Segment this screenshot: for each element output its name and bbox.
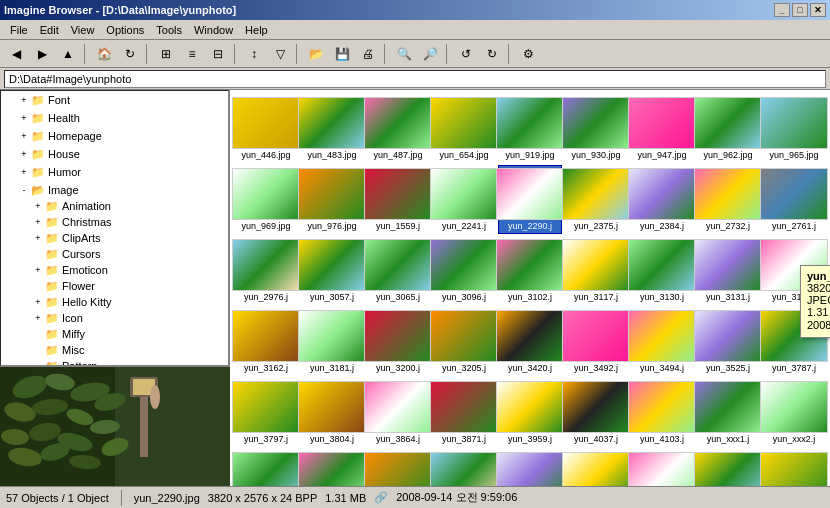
thumbnail-item[interactable]: yun_1559.j bbox=[366, 165, 430, 234]
expand-health[interactable]: + bbox=[17, 111, 31, 125]
thumbnail-item[interactable]: yun_3096.j bbox=[432, 236, 496, 305]
thumbnail-item[interactable]: yun_2976.j bbox=[234, 236, 298, 305]
tree-row-emoticon[interactable]: + 📁 Emoticon bbox=[1, 262, 228, 278]
thumbnail-item[interactable]: yun_xxx4.j bbox=[300, 449, 364, 486]
menu-options[interactable]: Options bbox=[100, 22, 150, 38]
tb-filter[interactable]: ▽ bbox=[268, 43, 292, 65]
thumbnail-item[interactable]: yun_3797.j bbox=[234, 378, 298, 447]
thumbnail-item[interactable]: yun_4103.j bbox=[630, 378, 694, 447]
tb-view2[interactable]: ≡ bbox=[180, 43, 204, 65]
thumbnail-item[interactable]: yun_947.jpg bbox=[630, 94, 694, 163]
expand-misc[interactable] bbox=[31, 343, 45, 357]
tb-save[interactable]: 💾 bbox=[330, 43, 354, 65]
thumbnail-item[interactable]: yun_2375.j bbox=[564, 165, 628, 234]
expand-flower[interactable] bbox=[31, 279, 45, 293]
expand-icon[interactable]: + bbox=[31, 311, 45, 325]
menu-help[interactable]: Help bbox=[239, 22, 274, 38]
thumbnail-item[interactable]: yun_3864.j bbox=[366, 378, 430, 447]
tree-row-misc[interactable]: 📁 Misc bbox=[1, 342, 228, 358]
thumbnail-item[interactable]: yun_3181.j bbox=[300, 307, 364, 376]
tree-row-humor[interactable]: + 📁 Humor bbox=[1, 164, 228, 180]
thumbnail-item[interactable]: yun_3162.j bbox=[234, 307, 298, 376]
tree-row-animation[interactable]: + 📁 Animation bbox=[1, 198, 228, 214]
thumbnail-item[interactable]: yun_3871.j bbox=[432, 378, 496, 447]
thumbnail-item[interactable]: yun_962.jpg bbox=[696, 94, 760, 163]
tb-sort[interactable]: ↕ bbox=[242, 43, 266, 65]
thumbnail-item[interactable]: yun_3492.j bbox=[564, 307, 628, 376]
thumbnail-item[interactable]: yun_xxx9.j bbox=[630, 449, 694, 486]
expand-miffy[interactable] bbox=[31, 327, 45, 341]
thumbnail-item[interactable]: yun_3804.j bbox=[300, 378, 364, 447]
thumbnail-item[interactable]: yun_483.jpg bbox=[300, 94, 364, 163]
thumbnail-item[interactable]: yun_3057.j bbox=[300, 236, 364, 305]
thumbnail-item[interactable]: yun_3959.j bbox=[498, 378, 562, 447]
thumbnail-item[interactable]: yun_965.jpg bbox=[762, 94, 826, 163]
thumbnail-item[interactable]: yun_xxx1.j bbox=[696, 378, 760, 447]
thumbnail-item[interactable]: yun_xxx10.j bbox=[696, 449, 760, 486]
tree-row-flower[interactable]: 📁 Flower bbox=[1, 278, 228, 294]
thumbnail-item[interactable]: yun_976.jpg bbox=[300, 165, 364, 234]
expand-pattern[interactable] bbox=[31, 359, 45, 366]
thumbnail-item[interactable]: yun_2732.j bbox=[696, 165, 760, 234]
tb-home[interactable]: 🏠 bbox=[92, 43, 116, 65]
thumbnail-item[interactable]: yun_xxx3.j bbox=[234, 449, 298, 486]
expand-house[interactable]: + bbox=[17, 147, 31, 161]
menu-file[interactable]: File bbox=[4, 22, 34, 38]
thumbnail-item[interactable]: yun_3131.j bbox=[696, 236, 760, 305]
tree-row-christmas[interactable]: + 📁 Christmas bbox=[1, 214, 228, 230]
tb-print[interactable]: 🖨 bbox=[356, 43, 380, 65]
thumbnail-item[interactable]: yun_2761.j bbox=[762, 165, 826, 234]
tree-row-icon[interactable]: + 📁 Icon bbox=[1, 310, 228, 326]
thumbnail-item[interactable]: yun_3065.j bbox=[366, 236, 430, 305]
thumbnail-item[interactable]: yun_3117.j bbox=[564, 236, 628, 305]
expand-image[interactable]: - bbox=[17, 183, 31, 197]
thumbnail-item[interactable]: yun_3420.j bbox=[498, 307, 562, 376]
thumbnail-item[interactable]: yun_3200.j bbox=[366, 307, 430, 376]
expand-hellokitty[interactable]: + bbox=[31, 295, 45, 309]
thumbnail-item[interactable]: yun_3494.j bbox=[630, 307, 694, 376]
thumbnail-item[interactable]: yun_919.jpg bbox=[498, 94, 562, 163]
folder-tree[interactable]: + 📁 Font + 📁 Health + 📁 Homepag bbox=[0, 90, 229, 366]
tree-row-image[interactable]: - 📂 Image bbox=[1, 182, 228, 198]
tree-row-house[interactable]: + 📁 House bbox=[1, 146, 228, 162]
tree-row-miffy[interactable]: 📁 Miffy bbox=[1, 326, 228, 342]
tb-view1[interactable]: ⊞ bbox=[154, 43, 178, 65]
expand-humor[interactable]: + bbox=[17, 165, 31, 179]
thumbnail-item[interactable]: yun_xxx5.j bbox=[366, 449, 430, 486]
expand-emoticon[interactable]: + bbox=[31, 263, 45, 277]
tree-row-pattern[interactable]: 📁 Pattern bbox=[1, 358, 228, 366]
tb-rotate-r[interactable]: ↻ bbox=[480, 43, 504, 65]
tree-row-cursors[interactable]: 📁 Cursors bbox=[1, 246, 228, 262]
thumbnail-item[interactable]: yun_3102.j bbox=[498, 236, 562, 305]
tree-row-hellokitty[interactable]: + 📁 Hello Kitty bbox=[1, 294, 228, 310]
tb-open[interactable]: 📂 bbox=[304, 43, 328, 65]
thumbnail-item[interactable]: yun_xxx11.j bbox=[762, 449, 826, 486]
tb-forward[interactable]: ▶ bbox=[30, 43, 54, 65]
thumbnail-item[interactable]: yun_3525.j bbox=[696, 307, 760, 376]
menu-window[interactable]: Window bbox=[188, 22, 239, 38]
tb-zoom-in[interactable]: 🔍 bbox=[392, 43, 416, 65]
tree-row-font[interactable]: + 📁 Font bbox=[1, 92, 228, 108]
expand-cliparts[interactable]: + bbox=[31, 231, 45, 245]
thumbnail-item[interactable]: yun_654.jpg bbox=[432, 94, 496, 163]
thumbnail-item[interactable]: yun_2290.j bbox=[498, 165, 562, 234]
thumbnail-item[interactable]: yun_4037.j bbox=[564, 378, 628, 447]
tb-up[interactable]: ▲ bbox=[56, 43, 80, 65]
thumbnail-item[interactable]: yun_xxx6.j bbox=[432, 449, 496, 486]
menu-view[interactable]: View bbox=[65, 22, 101, 38]
thumbnail-item[interactable]: yun_3130.j bbox=[630, 236, 694, 305]
thumbnail-item[interactable]: yun_487.jpg bbox=[366, 94, 430, 163]
tb-zoom-out[interactable]: 🔎 bbox=[418, 43, 442, 65]
thumbnail-item[interactable]: yun_3205.j bbox=[432, 307, 496, 376]
maximize-button[interactable]: □ bbox=[792, 3, 808, 17]
thumbnail-item[interactable]: yun_446.jpg bbox=[234, 94, 298, 163]
thumbnail-item[interactable]: yun_930.jpg bbox=[564, 94, 628, 163]
tree-row-cliparts[interactable]: + 📁 ClipArts bbox=[1, 230, 228, 246]
tb-refresh[interactable]: ↻ bbox=[118, 43, 142, 65]
thumbnail-item[interactable]: yun_2241.j bbox=[432, 165, 496, 234]
expand-font[interactable]: + bbox=[17, 93, 31, 107]
menu-edit[interactable]: Edit bbox=[34, 22, 65, 38]
tb-settings[interactable]: ⚙ bbox=[516, 43, 540, 65]
tb-back[interactable]: ◀ bbox=[4, 43, 28, 65]
thumbnail-item[interactable]: yun_969.jpg bbox=[234, 165, 298, 234]
